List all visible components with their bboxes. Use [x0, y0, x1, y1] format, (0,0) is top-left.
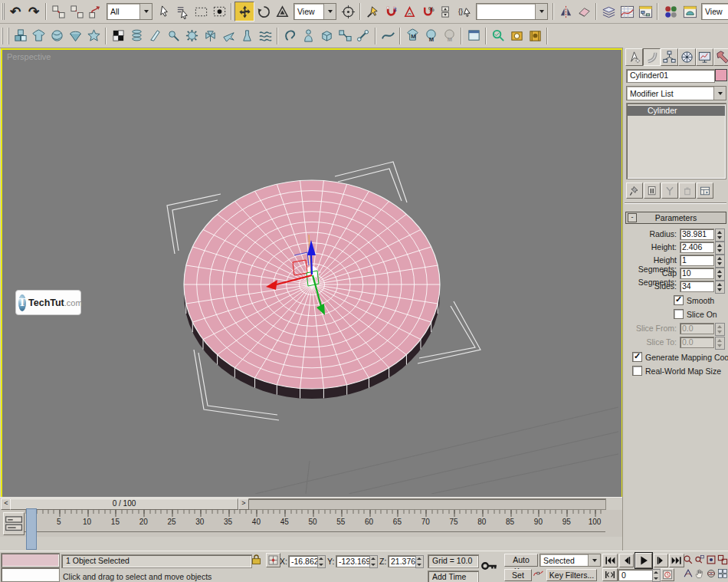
configure-modifier-sets-icon[interactable]	[697, 182, 713, 199]
maxscript-mini-listener-pink[interactable]	[1, 553, 60, 567]
y-coord-field[interactable]: -123.169	[336, 555, 372, 567]
camera-frame-icon[interactable]	[507, 27, 526, 45]
box-icon[interactable]	[317, 27, 336, 45]
slice-on-checkbox[interactable]	[674, 309, 684, 319]
frame-spinner[interactable]	[652, 569, 661, 582]
deforming-mesh-collection-icon[interactable]	[84, 27, 103, 45]
absolute-mode-transform-icon[interactable]	[266, 553, 280, 567]
goto-start-button[interactable]	[602, 554, 618, 567]
auto-key-button[interactable]: Auto Key	[504, 554, 538, 567]
knife-icon[interactable]	[146, 27, 164, 45]
current-frame-field[interactable]: 0	[618, 569, 656, 581]
align-icon[interactable]	[575, 2, 593, 21]
pan-hand-icon[interactable]	[694, 567, 705, 580]
arc-rotate-icon[interactable]	[706, 567, 717, 580]
render-type-dropdown[interactable]: View	[701, 3, 728, 20]
unlink-selection-icon[interactable]	[67, 2, 86, 21]
rectangular-selection-region-icon[interactable]	[192, 2, 210, 21]
create-tab-icon[interactable]	[625, 48, 643, 66]
sides-spinner[interactable]	[715, 281, 725, 294]
bones-icon[interactable]	[354, 27, 372, 45]
dropdown-arrow-icon[interactable]	[588, 554, 600, 566]
height-spinner[interactable]	[715, 242, 725, 255]
angle-snap-toggle-icon[interactable]	[400, 2, 418, 21]
cylinder-object[interactable]	[184, 180, 440, 399]
selection-filter-dropdown[interactable]: All	[107, 3, 152, 20]
globe-modifier-icon[interactable]: M	[440, 27, 458, 45]
gear-icon[interactable]	[182, 27, 201, 45]
zoom-extents-icon[interactable]	[706, 554, 717, 566]
dropdown-arrow-icon[interactable]	[323, 4, 336, 19]
y-coord-spinner[interactable]	[369, 555, 378, 568]
dashpot-icon[interactable]	[238, 27, 256, 45]
viewport-label[interactable]: Perspective	[7, 52, 51, 61]
select-by-name-icon[interactable]	[173, 2, 192, 21]
select-and-manipulate-icon[interactable]	[363, 2, 382, 21]
layer-manager-icon[interactable]	[599, 2, 618, 21]
select-and-scale-icon[interactable]	[273, 2, 291, 21]
mirror-icon[interactable]	[556, 2, 575, 21]
toolbar-drag-handle[interactable]	[2, 3, 5, 20]
material-editor-icon[interactable]	[661, 2, 680, 21]
radius-field[interactable]: 38.981	[680, 229, 714, 240]
modifier-stack[interactable]: Cylinder	[626, 103, 726, 179]
select-object-icon[interactable]	[155, 2, 173, 21]
schematic-view-icon[interactable]	[636, 2, 654, 21]
maxscript-mini-listener-white[interactable]	[1, 567, 60, 582]
generate-mapping-checkbox[interactable]	[632, 352, 642, 362]
rope-collection-icon[interactable]	[66, 27, 84, 45]
cap-segments-field[interactable]: 10	[680, 268, 714, 279]
radius-spinner[interactable]	[715, 229, 725, 242]
x-coord-spinner[interactable]	[317, 555, 326, 568]
modify-tab-icon[interactable]	[643, 48, 661, 66]
motion-tab-icon[interactable]	[678, 48, 696, 66]
use-pivot-point-center-icon[interactable]	[339, 2, 357, 21]
dropdown-arrow-icon[interactable]	[713, 87, 726, 100]
hierarchy-tab-icon[interactable]	[661, 48, 678, 66]
play-button[interactable]	[635, 553, 652, 568]
height-field[interactable]: 2.406	[680, 242, 714, 253]
selection-lock-key-icon[interactable]	[477, 557, 500, 574]
make-unique-icon[interactable]	[661, 182, 678, 199]
utilities-tab-icon[interactable]	[713, 48, 728, 66]
select-and-rotate-icon[interactable]	[254, 2, 273, 21]
z-coord-spinner[interactable]	[415, 555, 424, 568]
named-selection-sets-dropdown[interactable]	[476, 3, 548, 20]
z-coord-field[interactable]: 21.376	[388, 555, 418, 567]
scene-magnifier-icon[interactable]	[489, 27, 507, 45]
spinner-snap-toggle-icon[interactable]	[437, 2, 455, 21]
cap-segments-spinner[interactable]	[715, 268, 725, 281]
soft-body-collection-icon[interactable]	[48, 27, 66, 45]
bind-to-space-warp-icon[interactable]	[86, 2, 104, 21]
percent-snap-toggle-icon[interactable]: %	[418, 2, 437, 21]
zoom-all-icon[interactable]	[694, 554, 705, 566]
water-waves-icon[interactable]	[256, 27, 274, 45]
spring-icon[interactable]	[127, 27, 146, 45]
paper-plane-icon[interactable]	[219, 27, 238, 45]
set-key-curve-icon[interactable]	[533, 568, 544, 580]
zoom-icon[interactable]	[683, 554, 694, 566]
rigid-body-collection-icon[interactable]	[11, 27, 29, 45]
next-frame-button[interactable]	[654, 554, 668, 567]
show-end-result-icon[interactable]	[644, 182, 661, 199]
select-and-link-icon[interactable]	[49, 2, 67, 21]
film-strip-icon[interactable]	[526, 27, 544, 45]
select-and-move-icon[interactable]	[234, 2, 254, 21]
key-filters-button[interactable]: Key Filters...	[546, 569, 597, 581]
time-slider-next-button[interactable]: >	[238, 498, 249, 510]
zoom-extents-all-icon[interactable]	[717, 554, 728, 566]
dropdown-arrow-icon[interactable]	[139, 4, 152, 19]
smooth-checkbox[interactable]	[674, 295, 684, 305]
track-bar[interactable]: 0510152025303540455055606570758085909510…	[0, 510, 622, 537]
window-crossing-selection-icon[interactable]	[210, 2, 228, 21]
parameters-rollout-header[interactable]: - Parameters	[625, 212, 726, 224]
height-segments-spinner[interactable]	[715, 255, 725, 268]
undo-icon[interactable]: ↶	[6, 2, 25, 21]
cloth-modifier-icon[interactable]: M	[403, 27, 421, 45]
current-frame-marker[interactable]	[26, 508, 37, 550]
ladle-icon[interactable]	[164, 27, 182, 45]
ball-modifier-icon[interactable]: M	[421, 27, 440, 45]
real-world-map-checkbox[interactable]	[632, 366, 642, 376]
min-max-viewport-toggle-icon[interactable]	[717, 567, 728, 580]
pinwheel-icon[interactable]	[201, 27, 219, 45]
